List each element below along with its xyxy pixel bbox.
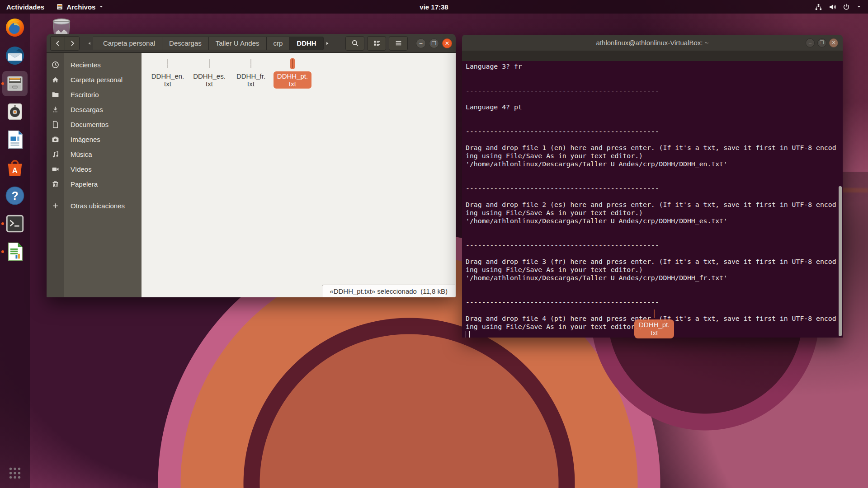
window-menu-button[interactable] (389, 36, 408, 51)
file-grid: DDHH_en. txt DDHH_es. txt DDHH_fr. txt D… (147, 58, 313, 89)
dock: A ? (0, 14, 30, 488)
file-item[interactable]: DDHH_pt. txt (272, 58, 313, 89)
help-icon: ? (5, 185, 25, 206)
close-button[interactable]: ✕ (442, 38, 452, 48)
forward-button[interactable] (65, 36, 80, 51)
files-icon (5, 73, 25, 94)
files-window: Carpeta personal Descargas Taller U Ande… (47, 34, 456, 297)
sidebar-item-label: Recientes (64, 61, 101, 69)
system-tray[interactable] (815, 3, 868, 11)
breadcrumb-label: Descargas (169, 39, 202, 47)
view-grid-icon (373, 39, 381, 47)
folder-icon (47, 91, 64, 99)
close-button[interactable]: ✕ (829, 38, 838, 47)
dock-item[interactable] (0, 210, 30, 238)
sidebar-item[interactable]: Descargas (47, 102, 142, 117)
maximize-button[interactable]: ❐ (429, 38, 439, 48)
sidebar-item[interactable]: Carpeta personal (47, 72, 142, 87)
breadcrumb-segment[interactable]: Descargas (162, 37, 209, 50)
view-toggle-button[interactable] (367, 36, 386, 51)
terminal-menubar (462, 51, 843, 61)
sidebar-item[interactable]: Vídeos (47, 162, 142, 177)
files-sidebar: Recientes Carpeta personal Escritorio De… (47, 53, 142, 297)
terminal-window: athlonlinux@athlonlinux-VirtualBox: ~ – … (462, 35, 843, 338)
minimize-button[interactable]: – (806, 38, 815, 47)
dock-item[interactable] (0, 238, 30, 266)
sidebar-item-label: Otras ubicaciones (64, 202, 125, 210)
document-icon (47, 121, 64, 128)
terminal-title: athlonlinux@athlonlinux-VirtualBox: ~ (462, 39, 843, 47)
sidebar-item[interactable]: Imágenes (47, 132, 142, 147)
app-menu-label: Archivos (66, 3, 95, 11)
text-file-icon (167, 59, 168, 68)
trash-icon (47, 180, 64, 188)
volume-icon (829, 3, 836, 11)
files-mini-icon (56, 3, 63, 10)
file-item[interactable]: DDHH_en. txt (147, 58, 189, 89)
back-button[interactable] (50, 36, 65, 51)
sidebar-item[interactable]: Otras ubicaciones (47, 198, 142, 213)
sidebar-item-label: Carpeta personal (64, 76, 123, 84)
clock[interactable]: vie 17:38 (0, 3, 868, 11)
terminal-screen[interactable]: Language 3? fr -------------------------… (462, 61, 843, 338)
power-icon (843, 3, 850, 10)
breadcrumb: Carpeta personal Descargas Taller U Ande… (93, 37, 324, 50)
home-icon (47, 76, 64, 84)
terminal-cursor (466, 331, 470, 338)
triangle-right-icon (325, 41, 330, 46)
breadcrumb-segment[interactable]: Taller U Andes (209, 37, 267, 50)
dock-item[interactable] (0, 14, 30, 42)
svg-text:A: A (12, 166, 18, 174)
breadcrumb-segment[interactable]: Carpeta personal (93, 37, 162, 50)
text-file-icon (292, 59, 293, 68)
writer-icon (5, 129, 25, 150)
dock-item[interactable] (0, 42, 30, 70)
video-icon (47, 165, 64, 173)
thunderbird-icon (5, 45, 25, 66)
sidebar-item[interactable]: Papelera (47, 177, 142, 192)
maximize-button[interactable]: ❐ (817, 38, 826, 47)
rhythmbox-icon (5, 101, 25, 122)
breadcrumb-segment[interactable]: DDHH (290, 37, 323, 50)
file-area[interactable]: DDHH_en. txt DDHH_es. txt DDHH_fr. txt D… (142, 53, 456, 297)
search-button[interactable] (345, 36, 364, 51)
file-item[interactable]: DDHH_es. txt (189, 58, 230, 89)
dock-item[interactable] (0, 70, 30, 98)
music-icon (47, 150, 64, 158)
breadcrumb-scroll-right[interactable] (324, 37, 331, 50)
sidebar-item-label: Documentos (64, 121, 108, 128)
breadcrumb-segment[interactable]: crp (267, 37, 290, 50)
sidebar-item[interactable]: Documentos (47, 117, 142, 132)
dock-item[interactable] (0, 98, 30, 126)
terminal-scrollbar-thumb[interactable] (839, 186, 842, 336)
dock-item[interactable]: A (0, 154, 30, 182)
file-item[interactable]: DDHH_fr. txt (230, 58, 272, 89)
breadcrumb-label: crp (274, 39, 283, 47)
chevron-down-icon (856, 4, 862, 9)
dock-item[interactable] (0, 126, 30, 154)
activities-button[interactable]: Actividades (6, 3, 44, 11)
sidebar-item[interactable]: Recientes (47, 57, 142, 72)
breadcrumb-label: DDHH (297, 39, 316, 47)
file-name: DDHH_fr. txt (233, 71, 269, 89)
text-file-icon (209, 59, 210, 68)
sidebar-item-label: Música (64, 150, 92, 158)
sidebar-item-label: Papelera (64, 180, 98, 188)
back-icon (54, 40, 61, 47)
sidebar-item[interactable]: Música (47, 147, 142, 162)
chevron-down-icon (99, 4, 104, 9)
calc-icon (5, 241, 25, 262)
sidebar-item-label: Descargas (64, 106, 103, 113)
breadcrumb-scroll-left[interactable] (86, 37, 93, 50)
download-icon (47, 106, 64, 113)
text-file-icon (250, 59, 251, 68)
sidebar-item[interactable]: Escritorio (47, 87, 142, 102)
app-menu[interactable]: Archivos (56, 3, 104, 11)
network-icon (815, 3, 822, 11)
file-name: DDHH_pt. txt (274, 71, 311, 89)
dock-item[interactable]: ? (0, 182, 30, 210)
terminal-titlebar[interactable]: athlonlinux@athlonlinux-VirtualBox: ~ – … (462, 35, 843, 51)
status-bar: «DDHH_pt.txt» seleccionado (11,8 kB) (322, 285, 455, 297)
minimize-button[interactable]: – (416, 38, 426, 48)
desktop: Actividades Archivos vie 17:38 (0, 0, 868, 488)
